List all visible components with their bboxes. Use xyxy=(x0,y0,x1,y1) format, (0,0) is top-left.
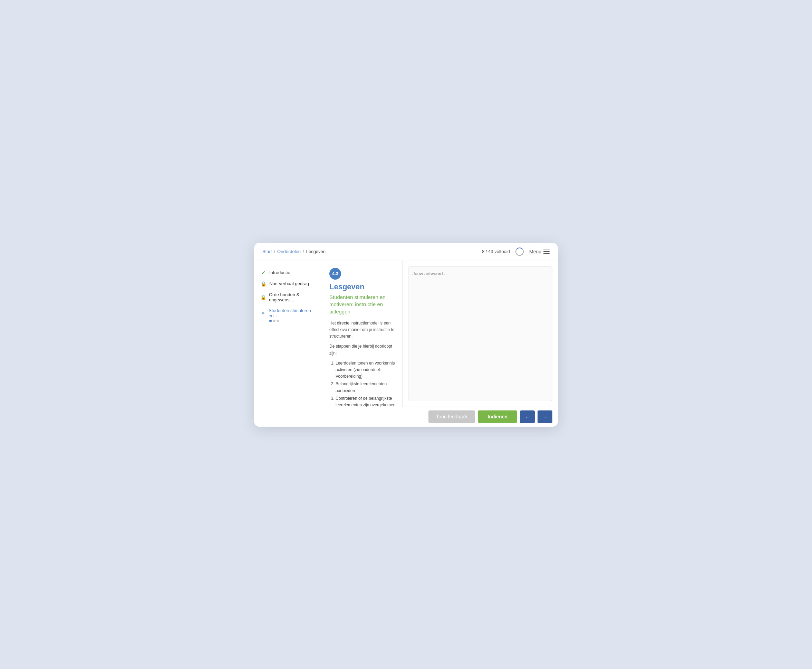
sidebar-label-studenten: Studenten stimuleren en ... xyxy=(269,308,316,318)
content-area: 4.3 Lesgeven Studenten stimuleren en mot… xyxy=(323,261,558,427)
dot-2 xyxy=(273,319,276,322)
lesson-steps-list: Leerdoelen tonen en voorkennis activeren… xyxy=(330,360,396,407)
prev-button[interactable]: ← xyxy=(520,410,535,423)
menu-button[interactable]: Menu xyxy=(529,249,550,254)
lesson-intro: Het directe instructiemodel is een effec… xyxy=(330,320,396,340)
lesson-subtitle: Studenten stimuleren en motiveren: instr… xyxy=(330,293,396,315)
sidebar: ✔ Introductie 🔒 Non-verbaal gedrag 🔒 Ord… xyxy=(254,261,323,427)
lesson-number-badge: 4.3 xyxy=(330,268,341,280)
lesson-step-3: Controleren of de belangrijkste leerelem… xyxy=(336,395,396,407)
sidebar-label-non-verbaal: Non-verbaal gedrag xyxy=(269,281,309,286)
app-window: Start / Onderdelen / Lesgeven 8 / 43 vol… xyxy=(254,243,558,427)
lesson-steps-intro: De stappen die je hierbij doorloopt zijn… xyxy=(330,343,396,356)
answer-textarea[interactable] xyxy=(408,267,552,401)
sidebar-item-non-verbaal[interactable]: 🔒 Non-verbaal gedrag xyxy=(254,278,323,289)
progress-circle-icon xyxy=(515,247,524,256)
sidebar-label-introductie: Introductie xyxy=(269,270,290,275)
lock-icon-2: 🔒 xyxy=(260,294,266,300)
toon-feedback-button[interactable]: Toon feedback xyxy=(429,410,475,423)
breadcrumb: Start / Onderdelen / Lesgeven xyxy=(262,249,326,254)
lesson-step-2: Belangrijkste leerelementen aanbieden xyxy=(336,381,396,394)
content-body: 4.3 Lesgeven Studenten stimuleren en mot… xyxy=(323,261,558,407)
breadcrumb-onderdelen[interactable]: Onderdelen xyxy=(277,249,301,254)
breadcrumb-sep1: / xyxy=(274,249,275,254)
hamburger-icon xyxy=(543,250,550,254)
answer-panel xyxy=(403,261,558,407)
sidebar-item-introductie[interactable]: ✔ Introductie xyxy=(254,267,323,278)
header: Start / Onderdelen / Lesgeven 8 / 43 vol… xyxy=(254,243,558,261)
next-button[interactable]: → xyxy=(538,410,552,423)
lesson-title: Lesgeven xyxy=(330,282,396,291)
breadcrumb-sep2: / xyxy=(303,249,304,254)
progress-text: 8 / 43 voltooid xyxy=(482,249,510,254)
main-layout: ✔ Introductie 🔒 Non-verbaal gedrag 🔒 Ord… xyxy=(254,261,558,427)
dot-3 xyxy=(277,319,279,322)
lesson-panel: 4.3 Lesgeven Studenten stimuleren en mot… xyxy=(323,261,403,407)
menu-label: Menu xyxy=(529,249,541,254)
breadcrumb-current: Lesgeven xyxy=(306,249,326,254)
spinner-icon: ✳ xyxy=(260,310,266,316)
lock-icon-1: 🔒 xyxy=(260,281,267,286)
breadcrumb-start[interactable]: Start xyxy=(262,249,272,254)
sidebar-item-orde-houden[interactable]: 🔒 Orde houden & ongewenst ... xyxy=(254,289,323,305)
dot-1 xyxy=(269,319,272,322)
footer-bar: Toon feedback Indienen ← → xyxy=(323,407,558,427)
sidebar-item-studenten[interactable]: ✳ Studenten stimuleren en ... xyxy=(254,305,323,321)
lesson-body: Het directe instructiemodel is een effec… xyxy=(330,320,396,407)
check-icon: ✔ xyxy=(260,270,267,276)
sidebar-label-orde-houden: Orde houden & ongewenst ... xyxy=(269,292,316,303)
header-right: 8 / 43 voltooid Menu xyxy=(482,247,550,256)
lesson-step-1: Leerdoelen tonen en voorkennis activeren… xyxy=(336,360,396,380)
indienen-button[interactable]: Indienen xyxy=(478,410,517,423)
dot-indicators xyxy=(254,319,323,322)
